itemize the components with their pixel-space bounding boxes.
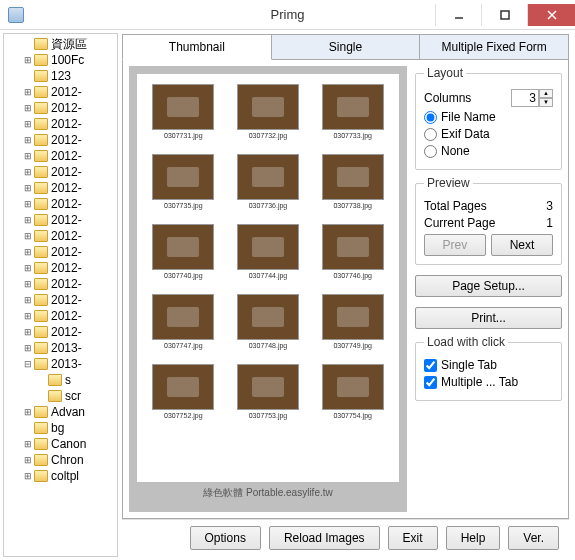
tree-expander-icon[interactable]: ⊞ bbox=[22, 406, 34, 418]
tree-expander-icon[interactable]: ⊞ bbox=[22, 182, 34, 194]
radio-exif[interactable] bbox=[424, 128, 437, 141]
tree-item[interactable]: ⊞Canon bbox=[4, 436, 117, 452]
maximize-button[interactable] bbox=[481, 4, 527, 26]
tree-item[interactable]: ⊞100Fc bbox=[4, 52, 117, 68]
columns-up-button[interactable]: ▲ bbox=[539, 89, 553, 98]
folder-icon bbox=[48, 390, 62, 402]
tree-item[interactable]: ⊞2012- bbox=[4, 164, 117, 180]
columns-down-button[interactable]: ▼ bbox=[539, 98, 553, 107]
folder-icon bbox=[34, 118, 48, 130]
thumbnail-item[interactable]: 0307731.jpg bbox=[143, 84, 224, 148]
tree-expander-icon[interactable] bbox=[36, 374, 48, 386]
check-single-tab[interactable] bbox=[424, 359, 437, 372]
check-multiple-tab[interactable] bbox=[424, 376, 437, 389]
tree-expander-icon[interactable]: ⊞ bbox=[22, 102, 34, 114]
tree-expander-icon[interactable]: ⊞ bbox=[22, 262, 34, 274]
thumbnail-item[interactable]: 0307752.jpg bbox=[143, 364, 224, 428]
tree-expander-icon[interactable] bbox=[22, 422, 34, 434]
tree-item[interactable]: ⊞2013- bbox=[4, 340, 117, 356]
tree-item[interactable]: ⊞Chron bbox=[4, 452, 117, 468]
tree-expander-icon[interactable]: ⊞ bbox=[22, 310, 34, 322]
prev-button[interactable]: Prev bbox=[424, 234, 486, 256]
tree-expander-icon[interactable]: ⊞ bbox=[22, 294, 34, 306]
tree-expander-icon[interactable] bbox=[22, 38, 34, 50]
tree-expander-icon[interactable]: ⊞ bbox=[22, 118, 34, 130]
tree-item[interactable]: ⊟2013- bbox=[4, 356, 117, 372]
tree-item[interactable]: bg bbox=[4, 420, 117, 436]
thumbnail-item[interactable]: 0307732.jpg bbox=[228, 84, 309, 148]
thumbnail-item[interactable]: 0307740.jpg bbox=[143, 224, 224, 288]
thumbnail-filename: 0307746.jpg bbox=[333, 272, 372, 279]
thumbnail-item[interactable]: 0307746.jpg bbox=[312, 224, 393, 288]
reload-images-button[interactable]: Reload Images bbox=[269, 526, 380, 550]
tree-expander-icon[interactable]: ⊟ bbox=[22, 358, 34, 370]
tree-expander-icon[interactable]: ⊞ bbox=[22, 86, 34, 98]
tree-item[interactable]: ⊞2012- bbox=[4, 180, 117, 196]
tree-expander-icon[interactable]: ⊞ bbox=[22, 454, 34, 466]
tree-item[interactable]: 123 bbox=[4, 68, 117, 84]
options-button[interactable]: Options bbox=[190, 526, 261, 550]
thumbnail-item[interactable]: 0307747.jpg bbox=[143, 294, 224, 358]
tree-item[interactable]: ⊞2012- bbox=[4, 100, 117, 116]
tree-item[interactable]: ⊞2012- bbox=[4, 276, 117, 292]
folder-tree[interactable]: 資源區⊞100Fc123⊞2012-⊞2012-⊞2012-⊞2012-⊞201… bbox=[3, 33, 118, 557]
tab-single[interactable]: Single bbox=[272, 34, 421, 60]
thumbnail-item[interactable]: 0307733.jpg bbox=[312, 84, 393, 148]
thumbnail-item[interactable]: 0307748.jpg bbox=[228, 294, 309, 358]
tree-item[interactable]: ⊞2012- bbox=[4, 244, 117, 260]
tree-item[interactable]: ⊞2012- bbox=[4, 228, 117, 244]
thumbnail-item[interactable]: 0307753.jpg bbox=[228, 364, 309, 428]
print-button[interactable]: Print... bbox=[415, 307, 562, 329]
tree-expander-icon[interactable] bbox=[36, 390, 48, 402]
tree-expander-icon[interactable]: ⊞ bbox=[22, 150, 34, 162]
thumbnail-item[interactable]: 0307744.jpg bbox=[228, 224, 309, 288]
thumbnail-item[interactable]: 0307735.jpg bbox=[143, 154, 224, 218]
tree-item[interactable]: s bbox=[4, 372, 117, 388]
tree-item[interactable]: ⊞2012- bbox=[4, 212, 117, 228]
tree-item[interactable]: ⊞coltpl bbox=[4, 468, 117, 484]
tree-expander-icon[interactable]: ⊞ bbox=[22, 326, 34, 338]
thumbnail-item[interactable]: 0307738.jpg bbox=[312, 154, 393, 218]
close-button[interactable] bbox=[527, 4, 575, 26]
tree-item[interactable]: ⊞Advan bbox=[4, 404, 117, 420]
page-setup-button[interactable]: Page Setup... bbox=[415, 275, 562, 297]
tab-thumbnail[interactable]: Thumbnail bbox=[122, 34, 272, 60]
tree-expander-icon[interactable]: ⊞ bbox=[22, 246, 34, 258]
tree-item[interactable]: ⊞2012- bbox=[4, 196, 117, 212]
tree-expander-icon[interactable]: ⊞ bbox=[22, 278, 34, 290]
tree-item[interactable]: ⊞2012- bbox=[4, 292, 117, 308]
exit-button[interactable]: Exit bbox=[388, 526, 438, 550]
tree-expander-icon[interactable] bbox=[22, 70, 34, 82]
tree-expander-icon[interactable]: ⊞ bbox=[22, 134, 34, 146]
thumbnail-item[interactable]: 0307736.jpg bbox=[228, 154, 309, 218]
radio-none[interactable] bbox=[424, 145, 437, 158]
tree-expander-icon[interactable]: ⊞ bbox=[22, 166, 34, 178]
ver-button[interactable]: Ver. bbox=[508, 526, 559, 550]
tree-expander-icon[interactable]: ⊞ bbox=[22, 54, 34, 66]
thumbnail-item[interactable]: 0307754.jpg bbox=[312, 364, 393, 428]
tree-item[interactable]: 資源區 bbox=[4, 36, 117, 52]
tree-item[interactable]: ⊞2012- bbox=[4, 116, 117, 132]
layout-legend: Layout bbox=[424, 66, 466, 80]
tree-item-label: scr bbox=[65, 389, 81, 403]
tree-expander-icon[interactable]: ⊞ bbox=[22, 470, 34, 482]
radio-filename[interactable] bbox=[424, 111, 437, 124]
tab-multiple[interactable]: Multiple Fixed Form bbox=[420, 34, 569, 60]
tree-item[interactable]: scr bbox=[4, 388, 117, 404]
tree-item[interactable]: ⊞2012- bbox=[4, 260, 117, 276]
tree-expander-icon[interactable]: ⊞ bbox=[22, 198, 34, 210]
help-button[interactable]: Help bbox=[446, 526, 501, 550]
next-button[interactable]: Next bbox=[491, 234, 553, 256]
columns-input[interactable] bbox=[511, 89, 539, 107]
tree-expander-icon[interactable]: ⊞ bbox=[22, 230, 34, 242]
tree-item[interactable]: ⊞2012- bbox=[4, 84, 117, 100]
tree-item[interactable]: ⊞2012- bbox=[4, 132, 117, 148]
tree-expander-icon[interactable]: ⊞ bbox=[22, 342, 34, 354]
tree-expander-icon[interactable]: ⊞ bbox=[22, 214, 34, 226]
tree-item[interactable]: ⊞2012- bbox=[4, 148, 117, 164]
tree-expander-icon[interactable]: ⊞ bbox=[22, 438, 34, 450]
minimize-button[interactable] bbox=[435, 4, 481, 26]
tree-item[interactable]: ⊞2012- bbox=[4, 324, 117, 340]
tree-item[interactable]: ⊞2012- bbox=[4, 308, 117, 324]
thumbnail-item[interactable]: 0307749.jpg bbox=[312, 294, 393, 358]
